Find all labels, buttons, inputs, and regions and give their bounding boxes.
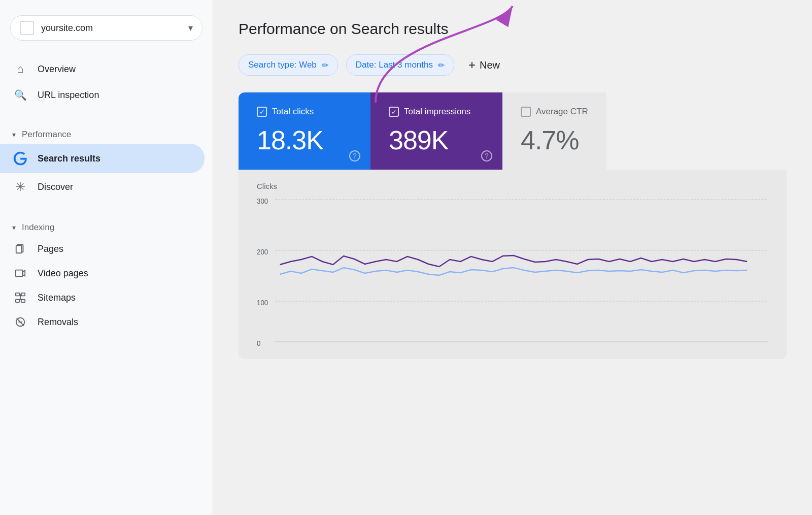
- metrics-row: ✓ Total clicks 18.3K ? ✓ Total impressio…: [239, 92, 787, 170]
- svg-text:8/12/23: 8/12/23: [382, 346, 402, 347]
- sidebar-item-removals-label: Removals: [38, 317, 78, 328]
- metric-ctr-label: Average CTR: [536, 107, 588, 117]
- search-type-edit-icon: ✏: [322, 60, 328, 70]
- metric-impressions-label-row: ✓ Total impressions: [389, 107, 484, 117]
- metric-clicks-label: Total clicks: [272, 107, 314, 117]
- section-performance-label: Performance: [22, 130, 71, 140]
- sidebar-item-removals[interactable]: Removals: [0, 310, 205, 334]
- sidebar-item-search-results[interactable]: Search results: [0, 144, 205, 173]
- filter-bar: Search type: Web ✏ Date: Last 3 months ✏…: [239, 54, 787, 76]
- sidebar-item-discover[interactable]: ✳ Discover: [0, 173, 205, 201]
- metric-total-clicks[interactable]: ✓ Total clicks 18.3K ?: [239, 92, 370, 170]
- ctr-checkbox[interactable]: [521, 107, 531, 117]
- svg-text:9/...: 9/...: [742, 346, 753, 347]
- svg-text:8/24/23: 8/24/23: [492, 346, 513, 347]
- impressions-help-icon[interactable]: ?: [481, 150, 492, 162]
- date-label: Date: Last 3 months: [356, 60, 433, 70]
- divider-2: [12, 207, 200, 207]
- metric-impressions-value: 389K: [389, 125, 484, 155]
- sidebar-item-overview[interactable]: ⌂ Overview: [0, 56, 205, 82]
- svg-rect-1: [16, 246, 22, 253]
- svg-text:7/31/23: 7/31/23: [269, 346, 290, 347]
- metric-impressions-label: Total impressions: [404, 107, 470, 117]
- metric-average-ctr[interactable]: Average CTR 4.7%: [502, 92, 606, 170]
- new-filter-button[interactable]: + New: [462, 54, 506, 76]
- asterisk-icon: ✳: [12, 180, 28, 194]
- section-indexing-label: Indexing: [22, 222, 54, 233]
- clicks-checkbox[interactable]: ✓: [257, 107, 267, 117]
- sidebar-item-discover-label: Discover: [38, 182, 73, 192]
- date-edit-icon: ✏: [438, 60, 445, 70]
- metric-clicks-value: 18.3K: [257, 125, 352, 155]
- svg-text:0: 0: [257, 340, 261, 347]
- search-type-label: Search type: Web: [248, 60, 317, 70]
- date-filter[interactable]: Date: Last 3 months ✏: [346, 54, 454, 76]
- search-icon: 🔍: [12, 89, 28, 101]
- svg-rect-2: [16, 270, 23, 277]
- sidebar-item-video-pages[interactable]: Video pages: [0, 261, 205, 285]
- clicks-help-icon[interactable]: ?: [349, 150, 360, 162]
- sidebar-item-pages-label: Pages: [38, 244, 63, 254]
- plus-icon: +: [468, 58, 476, 72]
- chart-svg: 300 200 100 0: [257, 195, 768, 347]
- new-button-label: New: [480, 59, 500, 71]
- video-icon: [12, 268, 28, 279]
- impressions-checkbox[interactable]: ✓: [389, 107, 399, 117]
- sidebar-item-search-results-label: Search results: [38, 153, 100, 164]
- svg-text:100: 100: [257, 299, 268, 307]
- sitemaps-icon: [12, 292, 28, 303]
- svg-text:9/5/23: 9/5/23: [605, 346, 623, 347]
- site-favicon: [20, 21, 34, 35]
- google-g-icon: [12, 150, 28, 167]
- sidebar-item-sitemaps[interactable]: Sitemaps: [0, 285, 205, 310]
- section-performance[interactable]: ▾ Performance: [0, 120, 213, 144]
- search-type-filter[interactable]: Search type: Web ✏: [239, 54, 338, 76]
- sidebar-item-pages[interactable]: Pages: [0, 237, 205, 261]
- impressions-line: [280, 255, 748, 267]
- svg-text:300: 300: [257, 198, 268, 205]
- dropdown-arrow-icon: ▾: [188, 22, 193, 34]
- sidebar-item-overview-label: Overview: [38, 64, 76, 75]
- svg-rect-5: [21, 293, 25, 296]
- section-indexing[interactable]: ▾ Indexing: [0, 213, 213, 237]
- sidebar-item-url-inspection-label: URL inspection: [38, 90, 99, 101]
- metric-clicks-label-row: ✓ Total clicks: [257, 107, 352, 117]
- chevron-down-icon: ▾: [12, 131, 16, 139]
- svg-text:200: 200: [257, 248, 268, 256]
- sidebar: yoursite.com ▾ ⌂ Overview 🔍 URL inspecti…: [0, 0, 213, 515]
- sidebar-item-video-pages-label: Video pages: [38, 268, 88, 279]
- metric-ctr-value: 4.7%: [521, 125, 588, 155]
- pages-icon: [12, 243, 28, 254]
- site-name: yoursite.com: [41, 23, 188, 34]
- chart-y-label: Clicks: [257, 182, 768, 190]
- clicks-line: [280, 268, 748, 275]
- removals-icon: [12, 316, 28, 328]
- metric-total-impressions[interactable]: ✓ Total impressions 389K ?: [370, 92, 502, 170]
- sidebar-item-url-inspection[interactable]: 🔍 URL inspection: [0, 82, 205, 108]
- chevron-indexing-icon: ▾: [12, 223, 16, 232]
- page-title: Performance on Search results: [239, 20, 787, 38]
- home-icon: ⌂: [12, 62, 28, 76]
- metric-ctr-label-row: Average CTR: [521, 107, 588, 117]
- site-selector[interactable]: yoursite.com ▾: [10, 15, 202, 41]
- main-content: Performance on Search results Search typ…: [213, 0, 812, 515]
- sidebar-item-sitemaps-label: Sitemaps: [38, 293, 76, 303]
- divider-1: [12, 114, 200, 114]
- svg-marker-3: [23, 271, 25, 276]
- chart-container: Clicks 300 200 100 0: [239, 170, 787, 359]
- svg-rect-4: [16, 293, 19, 296]
